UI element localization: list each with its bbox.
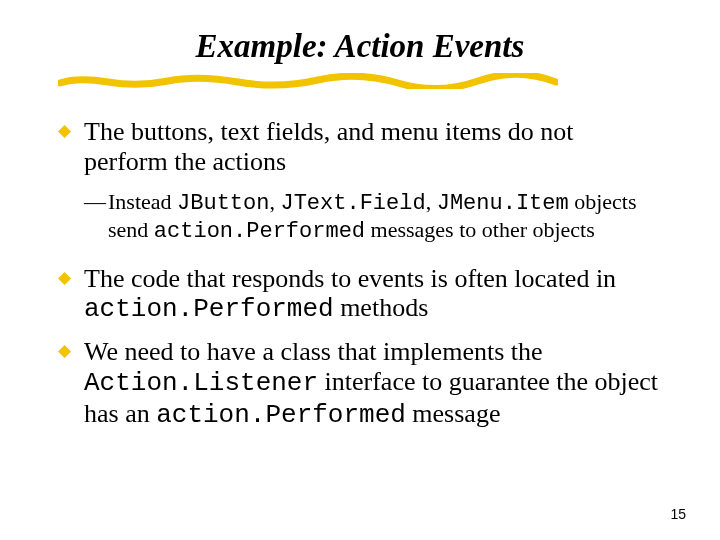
text-fragment: message: [406, 399, 501, 428]
slide: Example: Action Events The buttons, text…: [0, 0, 720, 431]
sub-bullet-item: Instead JButton, JText.Field, JMenu.Item…: [58, 189, 662, 246]
code-fragment: Action.Listener: [84, 368, 318, 398]
text-fragment: The code that responds to events is ofte…: [84, 264, 616, 293]
text-fragment: Instead: [108, 189, 177, 214]
text-fragment: methods: [334, 293, 429, 322]
code-fragment: JButton: [177, 191, 269, 216]
code-fragment: JText.Field: [280, 191, 425, 216]
title-underline-icon: [58, 73, 558, 89]
bullet-item: The buttons, text fields, and menu items…: [58, 117, 662, 177]
bullet-item: The code that responds to events is ofte…: [58, 264, 662, 326]
bullet-item: We need to have a class that implements …: [58, 337, 662, 431]
text-fragment: We need to have a class that implements …: [84, 337, 543, 366]
bullet-text: The buttons, text fields, and menu items…: [84, 117, 574, 176]
slide-title: Example: Action Events: [58, 28, 662, 65]
code-fragment: action.Performed: [154, 219, 365, 244]
code-fragment: action.Performed: [156, 400, 406, 430]
code-fragment: JMenu.Item: [437, 191, 569, 216]
page-number: 15: [670, 506, 686, 522]
text-fragment: ,: [269, 189, 280, 214]
bullet-list: The buttons, text fields, and menu items…: [58, 117, 662, 431]
text-fragment: ,: [426, 189, 437, 214]
text-fragment: messages to other objects: [365, 217, 595, 242]
code-fragment: action.Performed: [84, 294, 334, 324]
